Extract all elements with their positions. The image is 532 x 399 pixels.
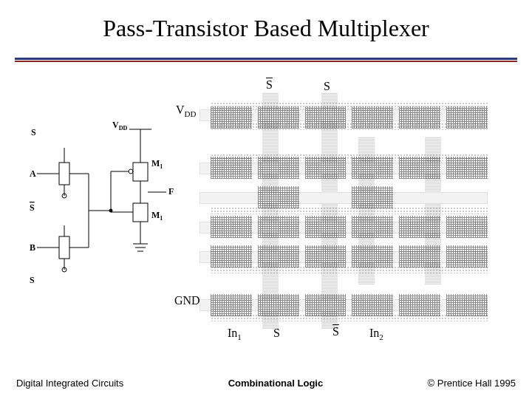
footer-center: Combinational Logic <box>228 378 324 389</box>
svg-text:B: B <box>30 242 35 253</box>
label-gnd: GND <box>174 294 200 307</box>
slide: Pass-Transistor Based Multiplexer S S VD… <box>0 0 532 399</box>
svg-text:S: S <box>31 127 36 137</box>
svg-text:S: S <box>30 202 35 213</box>
svg-text:F: F <box>168 186 174 197</box>
label-sbar-bot: S <box>332 325 339 338</box>
svg-rect-0 <box>59 163 69 185</box>
svg-point-5 <box>129 169 133 174</box>
label-vdd: VDD <box>176 103 196 118</box>
label-s-bl: S <box>273 327 280 340</box>
divider <box>15 58 517 62</box>
footer-right: © Prentice Hall 1995 <box>428 378 516 389</box>
svg-text:A: A <box>30 168 36 179</box>
schematic: S A B S S VDD M1 M1 F <box>30 122 177 314</box>
label-in2: In2 <box>369 327 383 341</box>
svg-text:M1: M1 <box>151 158 163 170</box>
slide-title: Pass-Transistor Based Multiplexer <box>0 15 532 42</box>
label-s-top: S <box>324 80 330 93</box>
label-sbar-top: S <box>266 78 273 92</box>
svg-text:S: S <box>30 275 35 285</box>
svg-rect-1 <box>59 236 69 259</box>
svg-text:M1: M1 <box>151 210 163 222</box>
svg-rect-6 <box>133 203 148 222</box>
svg-text:VDD: VDD <box>112 122 127 132</box>
footer-left: Digital Integrated Circuits <box>16 378 123 389</box>
svg-rect-4 <box>133 163 148 181</box>
label-in1: In1 <box>228 327 242 341</box>
layout-view <box>200 96 488 325</box>
footer: Digital Integrated Circuits Combinationa… <box>16 378 516 389</box>
